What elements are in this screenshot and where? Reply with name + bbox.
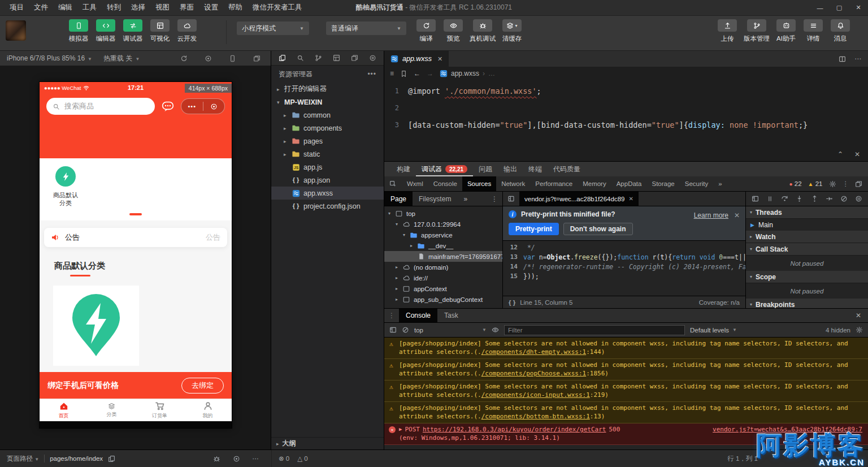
notice-bar[interactable]: 公告 公告 [44, 228, 227, 247]
file-tree-item[interactable]: ▸ 打开的编辑器 [271, 83, 384, 96]
more-actions-icon[interactable]: ••• [367, 70, 376, 78]
action-button[interactable]: 预览 [440, 19, 466, 43]
mode-button[interactable]: 编辑器 [93, 19, 119, 43]
deactivate-breakpoints-icon[interactable] [840, 195, 848, 202]
devtools-tab[interactable]: Memory [578, 176, 611, 191]
toolbar-button[interactable]: 上传 [714, 19, 740, 43]
panel-tab[interactable]: 调试器 22,21 [416, 162, 473, 176]
phone-tab[interactable]: 我的 [184, 399, 232, 421]
file-tree-item[interactable]: { } app.json [271, 174, 384, 187]
menu-item[interactable]: 选择 [126, 3, 150, 12]
cursor-position-status[interactable]: 行 1，列 1 [384, 450, 868, 467]
mode-button[interactable]: 模拟器 [66, 19, 92, 43]
toolbar-button[interactable]: 详情 [800, 19, 826, 43]
sidebar-more-icon[interactable]: ⋮ [491, 192, 502, 206]
minimize-button[interactable]: — [810, 0, 830, 16]
step-into-icon[interactable] [796, 195, 803, 202]
file-tree-item[interactable]: JS app.js [271, 161, 384, 174]
editor-layout-icon[interactable] [351, 54, 358, 62]
menu-item[interactable]: 设置 [199, 3, 223, 12]
file-tree-item[interactable]: app.wxss [271, 187, 384, 200]
learn-more-link[interactable]: Learn more [694, 211, 728, 219]
dismiss-banner-icon[interactable]: ✕ [734, 211, 740, 219]
problems-counter[interactable]: ⊗ 0 △ 0 [271, 450, 384, 467]
menu-item[interactable]: 编辑 [53, 3, 77, 12]
multi-window-icon[interactable] [253, 55, 261, 62]
close-tab-icon[interactable]: ✕ [437, 55, 442, 63]
maximize-button[interactable]: ▢ [830, 0, 849, 16]
console-tab[interactable]: Console [399, 309, 437, 322]
split-editor-icon[interactable] [839, 55, 846, 63]
devtools-menu-icon[interactable]: ⋮ [843, 180, 849, 188]
sources-sidebar-tab[interactable]: » [457, 192, 474, 206]
mode-button[interactable]: 可视化 [147, 19, 173, 43]
source-tree-item[interactable]: ▸ (no domain) [384, 262, 502, 273]
phone-tab[interactable]: 订货单 [136, 399, 184, 421]
sources-sidebar-tab[interactable]: Page [384, 192, 413, 206]
dock-side-icon[interactable] [855, 180, 862, 188]
thread-item[interactable]: ▶Main [746, 219, 868, 231]
sources-code-lines[interactable]: 12 */13var n=Object.freeze({});function … [503, 241, 745, 296]
dont-show-again-button[interactable]: Don't show again [563, 223, 633, 235]
bookmark-icon[interactable] [400, 70, 407, 77]
editor-more-icon[interactable]: ⋯ [854, 55, 861, 63]
product-image[interactable] [53, 286, 139, 366]
console-prompt[interactable]: › [384, 445, 868, 449]
devtools-tab[interactable]: Console [428, 176, 462, 191]
toolbar-button[interactable]: AI助手 [773, 19, 799, 43]
source-tree-item[interactable]: ▸ appContext [384, 283, 502, 294]
analysis-icon[interactable] [369, 54, 376, 62]
menu-item[interactable]: 界面 [175, 3, 199, 12]
editor-tab[interactable]: app.wxss ✕ [384, 51, 449, 67]
phone-tab[interactable]: 分类 [88, 399, 136, 421]
source-tree-item[interactable]: ▾ 127.0.0.1:29964 [384, 219, 502, 230]
file-tree-item[interactable]: ▸ common [271, 109, 384, 122]
tab-list-icon[interactable] [503, 192, 519, 206]
devtools-tab[interactable]: » [713, 176, 727, 191]
record-icon[interactable] [205, 55, 212, 62]
devtools-settings-icon[interactable] [829, 180, 836, 188]
nav-back-icon[interactable]: ← [414, 70, 420, 77]
panel-tab[interactable]: 构建 [391, 162, 416, 176]
source-tree-item[interactable]: mainframe?t=17695916777 [384, 251, 502, 262]
filter-input[interactable] [504, 325, 685, 335]
search-input[interactable]: 搜索商品 [46, 98, 155, 115]
menu-item[interactable]: 工具 [77, 3, 102, 12]
files-icon[interactable] [279, 54, 286, 62]
source-tree-item[interactable]: ▾ top [384, 208, 502, 219]
statusbar-more-icon[interactable]: ⋯ [253, 455, 259, 462]
debug-status-icon[interactable] [213, 455, 220, 462]
extensions-icon[interactable] [333, 54, 340, 62]
sidebar-section-header[interactable]: ▾Breakpoints [746, 299, 868, 308]
step-over-icon[interactable] [781, 195, 788, 202]
source-tree-item[interactable]: ▸ ide:// [384, 273, 502, 283]
customer-service-icon[interactable] [161, 100, 175, 113]
pause-on-exceptions-icon[interactable] [855, 195, 862, 202]
step-out-icon[interactable] [811, 195, 818, 202]
toolbar-button[interactable]: 消息 [827, 19, 853, 43]
clear-console-icon[interactable] [402, 326, 409, 334]
console-tab[interactable]: Task [437, 309, 465, 322]
panel-tab[interactable]: 代码质量 [548, 162, 586, 176]
device-select[interactable]: iPhone 6/7/8 Plus 85% 16▼ [7, 54, 92, 62]
console-settings-icon[interactable] [856, 326, 863, 334]
devtools-tab[interactable]: AppData [611, 176, 647, 191]
device-icon[interactable] [229, 55, 236, 62]
devtools-tab[interactable]: Storage [646, 176, 679, 191]
toggle-drawer-icon[interactable] [752, 195, 759, 202]
drawer-menu-icon[interactable]: ⋮ [384, 309, 399, 322]
file-tree-item[interactable]: ▸ components [271, 122, 384, 135]
category-item[interactable]: 商品默认分类 [45, 166, 86, 207]
source-tree-item[interactable]: ▾ appservice [384, 230, 502, 240]
file-tree-item[interactable]: ▾ MP-WEIXIN [271, 96, 384, 109]
warning-count[interactable]: ▲ 21 [808, 180, 823, 187]
panel-tab[interactable]: 终端 [523, 162, 548, 176]
close-button[interactable]: ✕ [849, 0, 868, 16]
more-button[interactable]: ••• [181, 103, 203, 110]
close-panel-icon[interactable]: ✕ [854, 150, 860, 158]
sidebar-section-header[interactable]: ▸Watch [746, 231, 868, 243]
file-tree-item[interactable]: ▸ static [271, 148, 384, 161]
source-tree-item[interactable]: ▸ __dev__ [384, 240, 502, 251]
avatar[interactable] [6, 20, 26, 41]
menu-item[interactable]: 转到 [102, 3, 126, 12]
